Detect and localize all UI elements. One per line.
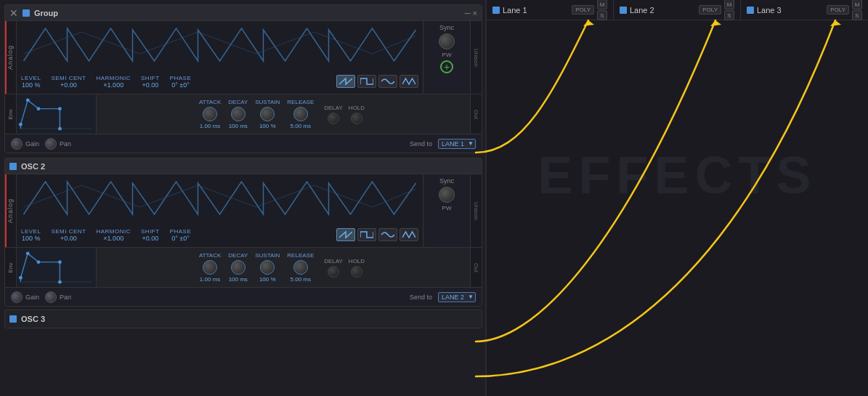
osc2-pan-wrap: Pan xyxy=(45,291,71,303)
group-module: ✕ Group ─ × Analog xyxy=(4,4,482,153)
group-env-svg xyxy=(17,94,96,134)
group-gain-knob[interactable] xyxy=(11,138,23,150)
lane3-header: Lane 3 POLY M S xyxy=(741,0,868,20)
osc2-lane-select[interactable]: LANE 1 LANE 2 LANE 3 xyxy=(438,292,476,302)
lane1-color-dot xyxy=(492,7,500,14)
osc2-harmonic-value: ×1.000 xyxy=(103,235,123,242)
osc2-env-text: Env xyxy=(7,262,14,272)
env-sustain-group: SUSTAIN 100 % xyxy=(255,99,280,129)
osc2-release-value: 5.00 ms xyxy=(291,276,311,283)
env-decay-group: DECAY 100 ms xyxy=(228,99,248,129)
osc2-shift-value: +0.00 xyxy=(142,235,158,242)
osc2-wave-btn-tri[interactable] xyxy=(399,228,418,241)
svg-point-11 xyxy=(37,260,41,264)
group-lane-select-wrap[interactable]: LANE 1 LANE 2 LANE 3 ▼ xyxy=(438,139,476,149)
group-minimize-button[interactable]: ─ × xyxy=(465,9,477,17)
group-sync-panel: Sync PW + xyxy=(423,21,470,94)
osc2-body-inner: LEVEL 100 % SEMI CENT +0.00 HARMONIC ×1.… xyxy=(17,174,423,247)
attack-knob[interactable] xyxy=(203,107,217,121)
osc2-lane-select-wrap[interactable]: LANE 1 LANE 2 LANE 3 ▼ xyxy=(438,292,476,302)
lane1-s-button[interactable]: S xyxy=(597,10,607,20)
osc2-delay-knob[interactable] xyxy=(328,266,339,278)
lane2-poly-button[interactable]: POLY xyxy=(699,5,721,15)
osc2-sustain-label: SUSTAIN xyxy=(255,252,280,259)
osc3-icon xyxy=(9,315,17,323)
attack-label: ATTACK xyxy=(199,99,221,105)
wave-btn-square[interactable] xyxy=(357,75,376,88)
osc2-release-knob[interactable] xyxy=(293,260,308,275)
param-shift: SHIFT +0.00 xyxy=(141,75,160,89)
delay-knob-group[interactable] xyxy=(328,113,339,124)
osc2-wave-btn-saw[interactable] xyxy=(336,228,355,241)
osc2-wave-btn-sine[interactable] xyxy=(378,228,397,241)
hold-knob-group[interactable] xyxy=(351,113,362,124)
group-gain-wrap: Gain xyxy=(11,138,39,150)
osc2-analog-text: Analog xyxy=(7,198,15,223)
sustain-label: SUSTAIN xyxy=(255,99,280,105)
group-unison-side: Unison xyxy=(470,21,482,94)
osc2-env-display xyxy=(17,248,97,287)
osc2-decay-knob[interactable] xyxy=(231,260,246,275)
group-lane-select[interactable]: LANE 1 LANE 2 LANE 3 xyxy=(438,139,476,149)
osc2-waveform-svg xyxy=(17,174,423,222)
osc2-decay-value: 100 ms xyxy=(229,276,248,283)
group-out-text: Out xyxy=(473,110,479,119)
lane2-s-button[interactable]: S xyxy=(724,10,734,20)
wave-btn-saw[interactable] xyxy=(336,75,355,88)
lane2-m-button[interactable]: M xyxy=(724,0,734,9)
release-value: 5.00 ms xyxy=(291,123,311,129)
analog-text: Analog xyxy=(7,45,15,70)
osc2-level-value: 100 % xyxy=(22,235,41,242)
param-level: LEVEL 100 % xyxy=(21,75,41,89)
osc2-semi-cent-value: +0.00 xyxy=(60,235,77,242)
lane3-m-button[interactable]: M xyxy=(852,0,862,9)
lane1-m-button[interactable]: M xyxy=(597,0,607,9)
release-knob[interactable] xyxy=(293,107,308,121)
osc2-sustain-knob[interactable] xyxy=(260,260,275,275)
env-release-group: RELEASE 5.00 ms xyxy=(287,99,314,129)
group-add-button[interactable]: + xyxy=(440,60,453,73)
osc2-attack-knob[interactable] xyxy=(203,260,217,275)
delay-hold-section-group: DELAY HOLD xyxy=(321,102,368,127)
osc3-title: OSC 3 xyxy=(21,315,477,323)
wave-btn-tri[interactable] xyxy=(399,75,418,88)
level-value: 100 % xyxy=(22,81,41,89)
osc2-gain-knob[interactable] xyxy=(11,291,23,303)
osc2-wave-btn-square[interactable] xyxy=(357,228,376,241)
group-env-display xyxy=(17,94,97,134)
osc2-hold-knob[interactable] xyxy=(351,266,362,278)
osc2-send-row: Gain Pan Send to LANE 1 LANE 2 LANE 3 ▼ xyxy=(5,287,482,306)
group-out-side: Out xyxy=(470,94,482,134)
osc2-hold-label: HOLD xyxy=(349,258,365,264)
env-attack-group: ATTACK 1.00 ms xyxy=(199,99,221,129)
group-sync-knob[interactable] xyxy=(439,33,455,49)
waveform-buttons-osc2 xyxy=(336,228,418,241)
osc2-sync-panel: Sync PW xyxy=(423,174,470,247)
osc2-out-side: Out xyxy=(470,248,482,287)
osc2-sync-label: Sync xyxy=(439,177,454,185)
shift-value: +0.00 xyxy=(142,81,158,89)
osc2-sync-knob[interactable] xyxy=(439,187,455,203)
lane3-poly-button[interactable]: POLY xyxy=(827,5,849,15)
lane3-s-button[interactable]: S xyxy=(852,10,862,20)
osc2-pan-knob[interactable] xyxy=(45,291,57,303)
svg-point-13 xyxy=(58,280,62,284)
wave-btn-sine[interactable] xyxy=(378,75,397,88)
lane1-poly-button[interactable]: POLY xyxy=(572,5,594,15)
osc2-body: Analog LEVEL 100 % SEMI CENT xyxy=(5,174,482,247)
group-env-label-col: Env xyxy=(5,94,17,134)
phase-label: PHASE xyxy=(170,75,192,81)
osc2-unison-text: Unison xyxy=(473,202,479,220)
osc2-icon xyxy=(9,163,17,170)
group-pan-knob[interactable] xyxy=(45,138,57,150)
osc2-env-params: ATTACK 1.00 ms DECAY 100 ms SUSTAIN 100 … xyxy=(97,248,470,287)
osc2-header: OSC 2 xyxy=(5,158,482,174)
lane1-name: Lane 1 xyxy=(503,6,569,15)
attack-value: 1.00 ms xyxy=(200,123,220,129)
osc2-delay-col: DELAY xyxy=(324,258,343,278)
decay-label: DECAY xyxy=(228,99,248,105)
lane3-color-dot xyxy=(747,7,754,14)
decay-knob[interactable] xyxy=(231,107,246,121)
sustain-knob[interactable] xyxy=(260,107,275,121)
group-close-button[interactable]: ✕ xyxy=(9,7,18,19)
